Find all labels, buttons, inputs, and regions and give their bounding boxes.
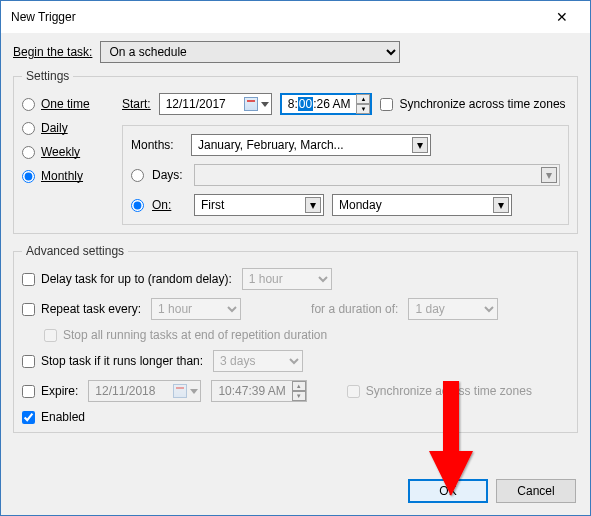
expire-time-input: 10:47:39 AM ▲▼ bbox=[211, 380, 306, 402]
calendar-icon[interactable] bbox=[244, 97, 258, 111]
expire-checkbox[interactable] bbox=[22, 385, 35, 398]
repeat-label: Repeat task every: bbox=[41, 302, 141, 316]
enabled-label: Enabled bbox=[41, 410, 85, 424]
radio-on[interactable] bbox=[131, 199, 144, 212]
ok-button[interactable]: OK bbox=[408, 479, 488, 503]
enabled-checkbox[interactable] bbox=[22, 411, 35, 424]
repeat-duration-select: 1 day bbox=[408, 298, 498, 320]
radio-monthly-label[interactable]: Monthly bbox=[41, 169, 83, 183]
expire-sync-label: Synchronize across time zones bbox=[366, 384, 532, 398]
chevron-down-icon bbox=[190, 389, 198, 394]
months-label: Months: bbox=[131, 138, 183, 152]
expire-label: Expire: bbox=[41, 384, 78, 398]
expire-date-input: 12/11/2018 bbox=[88, 380, 201, 402]
chevron-down-icon[interactable]: ▾ bbox=[412, 137, 428, 153]
delay-checkbox[interactable] bbox=[22, 273, 35, 286]
stop-if-label: Stop task if it runs longer than: bbox=[41, 354, 203, 368]
chevron-down-icon[interactable]: ▾ bbox=[493, 197, 509, 213]
on-label[interactable]: On: bbox=[152, 198, 186, 212]
monthly-panel: Months: January, February, March... ▾ Da… bbox=[122, 125, 569, 225]
start-date-text: 12/11/2017 bbox=[166, 97, 244, 111]
days-combo: ▾ bbox=[194, 164, 560, 186]
start-date-input[interactable]: 12/11/2017 bbox=[159, 93, 272, 115]
cancel-button[interactable]: Cancel bbox=[496, 479, 576, 503]
sync-tz-checkbox[interactable] bbox=[380, 98, 393, 111]
dialog-content: Begin the task: On a schedule Settings O… bbox=[1, 33, 590, 515]
radio-daily-label[interactable]: Daily bbox=[41, 121, 68, 135]
radio-one-time[interactable] bbox=[22, 98, 35, 111]
stop-if-checkbox[interactable] bbox=[22, 355, 35, 368]
advanced-group: Advanced settings Delay task for up to (… bbox=[13, 244, 578, 433]
settings-legend: Settings bbox=[22, 69, 73, 83]
stop-running-label: Stop all running tasks at end of repetit… bbox=[63, 328, 327, 342]
window-title: New Trigger bbox=[11, 10, 542, 24]
stop-if-select: 3 days bbox=[213, 350, 303, 372]
chevron-down-icon[interactable] bbox=[261, 102, 269, 107]
days-label[interactable]: Days: bbox=[152, 168, 186, 182]
start-label: Start: bbox=[122, 97, 151, 111]
chevron-down-icon[interactable]: ▾ bbox=[305, 197, 321, 213]
duration-label: for a duration of: bbox=[311, 302, 398, 316]
title-bar: New Trigger ✕ bbox=[1, 1, 590, 33]
settings-group: Settings One time Daily Weekly Monthly S… bbox=[13, 69, 578, 234]
radio-weekly[interactable] bbox=[22, 146, 35, 159]
delay-label: Delay task for up to (random delay): bbox=[41, 272, 232, 286]
time-spinner: ▲▼ bbox=[292, 381, 306, 401]
delay-select: 1 hour bbox=[242, 268, 332, 290]
begin-task-select[interactable]: On a schedule bbox=[100, 41, 400, 63]
calendar-icon bbox=[173, 384, 187, 398]
begin-task-label: Begin the task: bbox=[13, 45, 92, 59]
time-spinner[interactable]: ▲▼ bbox=[356, 94, 370, 114]
close-icon[interactable]: ✕ bbox=[542, 9, 582, 25]
radio-daily[interactable] bbox=[22, 122, 35, 135]
start-time-input[interactable]: 8:00:26 AM ▲▼ bbox=[280, 93, 373, 115]
radio-one-time-label[interactable]: One time bbox=[41, 97, 90, 111]
advanced-legend: Advanced settings bbox=[22, 244, 128, 258]
frequency-radios: One time Daily Weekly Monthly bbox=[22, 93, 112, 225]
chevron-down-icon: ▾ bbox=[541, 167, 557, 183]
on-week-combo[interactable]: First ▾ bbox=[194, 194, 324, 216]
button-bar: OK Cancel bbox=[408, 479, 576, 503]
stop-running-checkbox bbox=[44, 329, 57, 342]
radio-days[interactable] bbox=[131, 169, 144, 182]
expire-sync-checkbox bbox=[347, 385, 360, 398]
on-day-combo[interactable]: Monday ▾ bbox=[332, 194, 512, 216]
months-combo[interactable]: January, February, March... ▾ bbox=[191, 134, 431, 156]
radio-monthly[interactable] bbox=[22, 170, 35, 183]
sync-tz-label: Synchronize across time zones bbox=[399, 97, 565, 111]
repeat-every-select: 1 hour bbox=[151, 298, 241, 320]
radio-weekly-label[interactable]: Weekly bbox=[41, 145, 80, 159]
repeat-checkbox[interactable] bbox=[22, 303, 35, 316]
